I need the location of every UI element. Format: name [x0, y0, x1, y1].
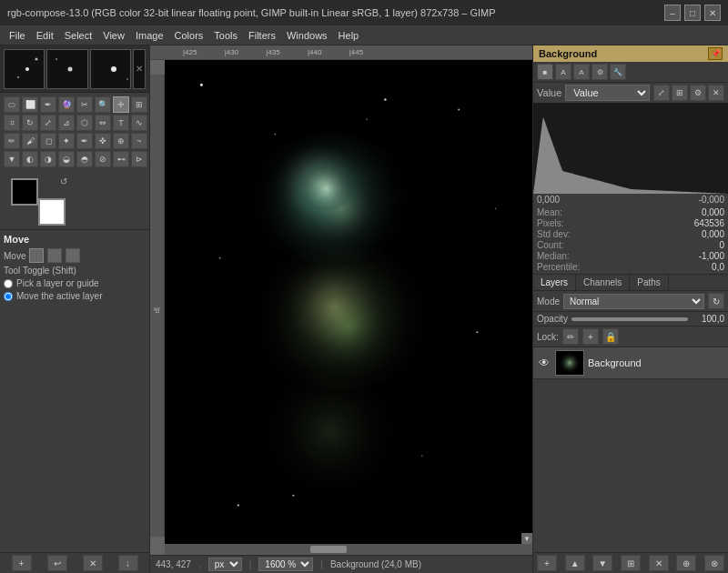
hist-pin-btn[interactable]: 📌 [708, 47, 723, 60]
tool-free-select[interactable]: ✒ [40, 96, 56, 113]
histogram-title: Background [539, 48, 597, 59]
menu-select[interactable]: Select [59, 28, 98, 43]
tool-cage[interactable]: ⊳ [131, 151, 147, 167]
move-selection-btn[interactable] [47, 248, 62, 263]
tool-eraser[interactable]: ◻ [40, 133, 56, 149]
hist-settings-btn[interactable]: ⚙ [690, 85, 706, 101]
layer-visibility-toggle[interactable]: 👁 [537, 356, 551, 370]
lock-position-btn[interactable]: + [582, 328, 599, 345]
hist-icon-2[interactable]: A [555, 64, 571, 80]
tool-shear[interactable]: ⊿ [58, 115, 75, 131]
hist-icon-4[interactable]: ⚙ [592, 64, 608, 80]
tool-scissors[interactable]: ✂ [76, 96, 93, 113]
mode-select[interactable]: Normal Multiply Screen [563, 294, 704, 309]
lock-all-btn[interactable]: 🔒 [602, 328, 619, 345]
tool-path[interactable]: ∿ [131, 115, 147, 131]
menu-windows[interactable]: Windows [281, 28, 333, 43]
tool-measure[interactable]: ⊷ [113, 151, 129, 167]
menu-file[interactable]: File [4, 28, 31, 43]
tool-color-picker[interactable]: ⊘ [95, 151, 111, 167]
open-btn[interactable]: ↩ [47, 555, 67, 571]
save-btn[interactable]: ✕ [83, 555, 103, 571]
layer-lower-btn[interactable]: ▼ [592, 555, 612, 571]
tool-clone[interactable]: ⊕ [113, 133, 129, 149]
thumb-close[interactable]: ✕ [133, 49, 146, 89]
hist-icon-1[interactable]: ■ [537, 64, 553, 80]
tool-move[interactable]: ✛ [113, 96, 129, 113]
layer-anchor-btn[interactable]: ⊕ [676, 555, 696, 571]
canvas-content[interactable]: ▶ ▼ [165, 60, 532, 555]
tool-scale[interactable]: ⤢ [40, 115, 56, 131]
new-image-btn[interactable]: + [12, 555, 32, 571]
opacity-slider[interactable] [571, 317, 688, 321]
layer-raise-btn[interactable]: ▲ [565, 555, 585, 571]
tool-burn[interactable]: ◒ [58, 151, 75, 167]
minimize-button[interactable]: – [664, 5, 681, 21]
tool-ink[interactable]: ✒ [76, 133, 93, 149]
layer-delete-btn[interactable]: ✕ [649, 555, 669, 571]
pick-layer-radio[interactable] [4, 279, 13, 288]
layer-merge-btn[interactable]: ⊗ [704, 555, 724, 571]
close-button[interactable]: ✕ [704, 5, 721, 21]
tool-blend[interactable]: ◐ [22, 151, 38, 167]
menu-tools[interactable]: Tools [208, 28, 243, 43]
hist-icon-5[interactable]: 🔧 [610, 64, 626, 80]
unit-select[interactable]: px [208, 558, 242, 571]
foreground-color-swatch[interactable] [11, 178, 38, 206]
tool-airbrush[interactable]: ✦ [58, 133, 75, 149]
move-layer-btn[interactable] [29, 248, 44, 263]
tool-bucket[interactable]: ▼ [4, 151, 20, 167]
layer-row[interactable]: 👁 Background [533, 347, 728, 379]
tool-crop[interactable]: ⌗ [4, 115, 20, 131]
hist-icon-3[interactable]: A [573, 64, 590, 80]
titlebar-buttons[interactable]: – □ ✕ [664, 5, 721, 21]
canvas-area[interactable]: |425 |430 |435 |440 |445 |p|t|n|e|s ▶ ▼ [150, 45, 532, 573]
move-active-radio[interactable] [4, 292, 13, 301]
tool-desaturate[interactable]: ◓ [76, 151, 93, 167]
scrollbar-thumb[interactable] [310, 546, 347, 553]
tool-fuzzy-select[interactable]: 🔮 [58, 96, 75, 113]
layer-new-btn[interactable]: + [537, 555, 557, 571]
zoom-select[interactable]: 1600 % [258, 558, 313, 571]
menu-view[interactable]: View [97, 28, 130, 43]
tool-text[interactable]: T [113, 115, 129, 131]
hist-duplicate-btn[interactable]: ⊞ [672, 85, 688, 101]
tool-rotate[interactable]: ↻ [22, 115, 38, 131]
pick-layer-row[interactable]: Pick a layer or guide [4, 278, 146, 288]
move-path-btn[interactable] [66, 248, 80, 263]
menu-help[interactable]: Help [333, 28, 365, 43]
export-btn[interactable]: ↓ [118, 555, 138, 571]
hist-close-btn[interactable]: ✕ [708, 85, 724, 101]
tool-paintbrush[interactable]: 🖌 [22, 133, 38, 149]
tool-heal[interactable]: ✜ [95, 133, 111, 149]
background-color-swatch[interactable] [38, 198, 66, 226]
menu-filters[interactable]: Filters [243, 28, 281, 43]
image-canvas[interactable] [165, 60, 532, 555]
tab-layers[interactable]: Layers [533, 275, 576, 290]
tool-rect-select[interactable]: ⬜ [22, 96, 38, 113]
channel-select[interactable]: Value Red Green Blue Alpha [565, 85, 650, 101]
tool-perspective[interactable]: ⬡ [76, 115, 93, 131]
layer-duplicate-btn[interactable]: ⊞ [621, 555, 641, 571]
menu-image[interactable]: Image [130, 28, 169, 43]
reset-colors-icon[interactable]: ↺ [60, 176, 67, 186]
tool-pencil[interactable]: ✏ [4, 133, 20, 149]
menu-edit[interactable]: Edit [31, 28, 59, 43]
scroll-down-arrow[interactable]: ▼ [521, 533, 532, 544]
tool-dodge[interactable]: ◑ [40, 151, 56, 167]
tool-zoom[interactable]: 🔍 [95, 96, 111, 113]
maximize-button[interactable]: □ [684, 5, 701, 21]
scrollbar-horizontal[interactable] [165, 544, 532, 555]
fg-bg-swatches[interactable]: ↺ [11, 178, 66, 226]
menu-colors[interactable]: Colors [169, 28, 209, 43]
mode-options-btn[interactable]: ↻ [708, 293, 724, 309]
tool-align[interactable]: ⊞ [131, 96, 147, 113]
move-active-row[interactable]: Move the active layer [4, 291, 146, 301]
tab-paths[interactable]: Paths [630, 275, 669, 290]
tool-flip[interactable]: ⇔ [95, 115, 111, 131]
tab-channels[interactable]: Channels [576, 275, 630, 290]
hist-expand-btn[interactable]: ⤢ [653, 85, 670, 101]
tool-smudge[interactable]: ~ [131, 133, 147, 149]
lock-pixels-btn[interactable]: ✏ [562, 328, 579, 345]
tool-ellipse[interactable]: ⬭ [4, 96, 20, 113]
